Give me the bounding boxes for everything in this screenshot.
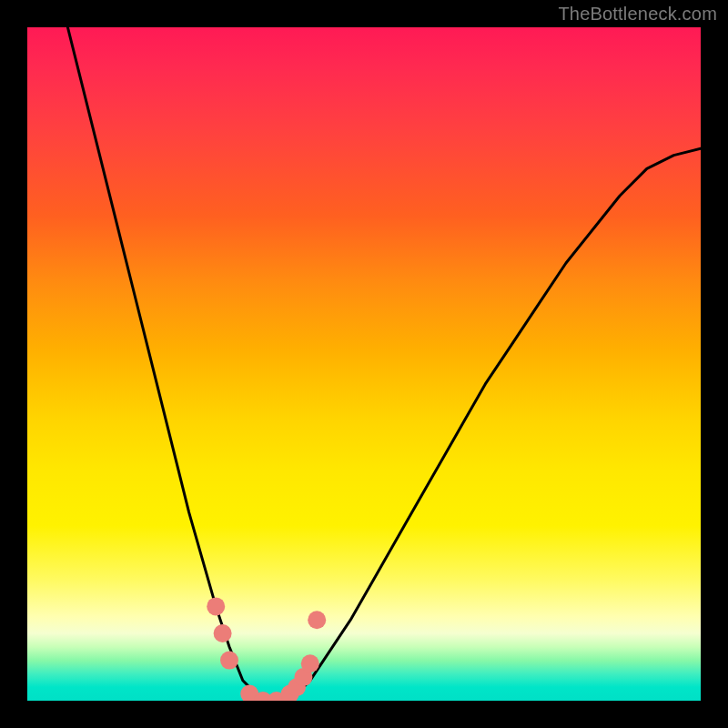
chart-svg: [27, 27, 701, 701]
curve-marker: [220, 652, 238, 670]
bottleneck-curve-line: [67, 27, 701, 701]
curve-marker: [308, 611, 326, 629]
plot-area: [27, 27, 701, 701]
curve-marker: [301, 654, 319, 672]
watermark-text: TheBottleneck.com: [558, 4, 717, 25]
outer-frame: TheBottleneck.com: [0, 0, 728, 728]
curve-marker: [207, 597, 225, 615]
curve-marker-group: [207, 597, 326, 701]
curve-marker: [214, 624, 232, 642]
